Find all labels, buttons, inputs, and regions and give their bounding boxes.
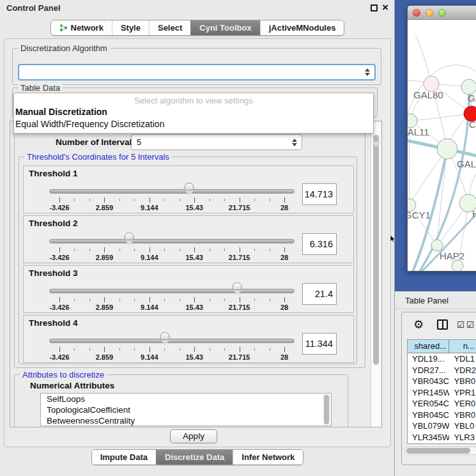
popup-item-manual-discretization[interactable]: Manual Discretization xyxy=(14,105,373,118)
table-cell[interactable]: YIL0 xyxy=(449,443,476,444)
threshold-value-field[interactable]: 6.316 xyxy=(302,233,337,255)
table-cell[interactable]: YDR2 xyxy=(449,365,476,376)
network-node-gal11[interactable] xyxy=(408,114,417,128)
vertical-scrollbar[interactable] xyxy=(371,122,381,427)
table-row[interactable]: YIL052CYIL0 xyxy=(408,443,476,444)
network-node-gal4[interactable] xyxy=(437,139,457,159)
popup-placeholder: Select algorithm to view settings xyxy=(14,93,373,105)
table-row[interactable]: YPR145WYPR1 xyxy=(408,387,476,399)
table-cell[interactable]: YDL1 xyxy=(449,353,476,365)
table-row[interactable]: YBR043CYBR0 xyxy=(408,376,476,387)
zoom-traffic-light[interactable] xyxy=(438,9,446,17)
tick-mark xyxy=(134,199,135,201)
checkbox-icon[interactable]: ☑ xyxy=(466,320,474,330)
table-cell[interactable]: YIL052C xyxy=(408,443,449,444)
table-row[interactable]: YER054CYER0 xyxy=(408,398,476,410)
control-panel-titlebar: Control Panel × xyxy=(0,0,394,17)
table-cell[interactable]: YLR345W xyxy=(408,432,449,443)
numerical-attributes-list[interactable]: SelfLoopsTopologicalCoefficientBetweenne… xyxy=(40,393,332,426)
table-cell[interactable]: YBR0 xyxy=(449,410,476,421)
tab-cyni-toolbox[interactable]: Cyni Toolbox xyxy=(190,20,259,35)
table-cell[interactable]: YLR3 xyxy=(449,432,476,443)
table-cell[interactable]: YBR0 xyxy=(449,376,476,387)
slider-thumb[interactable] xyxy=(233,282,242,290)
tab-select[interactable]: Select xyxy=(149,20,190,35)
attribute-item-topologicalcoefficient[interactable]: TopologicalCoefficient xyxy=(41,404,331,415)
table-cell[interactable]: YBL079W xyxy=(408,420,449,432)
popup-item-equal-width-frequency-discretization[interactable]: Equal Width/Frequency Discretization xyxy=(14,118,373,130)
tick-mark xyxy=(254,249,255,251)
tab-label: Cyni Toolbox xyxy=(199,23,251,33)
tick-mark xyxy=(224,298,225,301)
table-cell[interactable]: YER0 xyxy=(449,398,476,410)
tick-mark xyxy=(89,298,90,301)
close-icon[interactable]: × xyxy=(382,1,388,14)
minimize-traffic-light[interactable] xyxy=(426,9,433,17)
tick-mark xyxy=(194,247,195,252)
close-traffic-light[interactable] xyxy=(413,9,420,17)
tab-style[interactable]: Style xyxy=(112,20,149,35)
table-cell[interactable]: YBL0 xyxy=(449,420,476,432)
slider-thumb[interactable] xyxy=(185,183,194,190)
network-node-hap2[interactable] xyxy=(431,240,443,251)
attribute-item-betweennesscentrality[interactable]: BetweennessCentrality xyxy=(41,415,331,426)
threshold-value-field[interactable]: 11.344 xyxy=(302,333,337,355)
tick-mark xyxy=(150,247,150,252)
tab-impute-data[interactable]: Impute Data xyxy=(92,450,156,464)
table-cell[interactable]: YDR27... xyxy=(408,365,449,376)
checkbox-icon[interactable]: ☑ xyxy=(457,320,464,330)
table-row[interactable]: YBR045CYBR0 xyxy=(408,410,476,421)
slider-thumb[interactable] xyxy=(160,332,170,340)
table-row[interactable]: YDL19...YDL1 xyxy=(408,353,476,365)
tick-mark xyxy=(164,348,165,351)
tick-mark xyxy=(74,249,75,251)
network-graph: GAL80GACGAL11GAL4GCY1HHAP2 xyxy=(408,20,476,272)
tick-mark xyxy=(180,199,180,201)
network-canvas[interactable]: GAL80GACGAL11GAL4GCY1HHAP2 xyxy=(408,20,476,272)
table-cell[interactable]: YBR043C xyxy=(408,376,449,387)
table-cell[interactable]: YBR045C xyxy=(408,410,449,421)
algorithm-combo[interactable] xyxy=(18,64,376,81)
tick-mark xyxy=(119,249,120,251)
tick-mark xyxy=(270,249,270,251)
float-window-icon[interactable] xyxy=(371,4,378,12)
tick-mark xyxy=(150,197,150,203)
tab-discretize-data[interactable]: Discretize Data xyxy=(156,450,233,464)
table-cell[interactable]: YER054C xyxy=(408,398,449,410)
tick-label: 21.715 xyxy=(229,303,250,311)
apply-button[interactable]: Apply xyxy=(170,429,217,443)
scrollbar-thumb[interactable] xyxy=(324,395,329,424)
discretization-algorithm-label: Discretization Algorithm xyxy=(18,43,110,53)
horizontal-scrollbar[interactable] xyxy=(404,447,476,455)
tab-infer-network[interactable]: Infer Network xyxy=(233,450,303,464)
table-row[interactable]: YLR345WYLR3 xyxy=(408,432,476,443)
table-cell[interactable]: YDL19... xyxy=(408,353,449,365)
table-cell[interactable]: YPR145W xyxy=(408,387,449,399)
split-columns-icon[interactable] xyxy=(437,319,448,330)
tick-mark xyxy=(284,347,285,352)
gear-icon[interactable]: ⚙ xyxy=(413,318,424,332)
attribute-item-selfloops[interactable]: SelfLoops xyxy=(41,394,331,404)
slider-scale: -3.4262.8599.14415.4321.71528 xyxy=(59,266,284,314)
attributes-scrollbar[interactable] xyxy=(323,394,330,426)
tick-mark xyxy=(270,298,270,301)
tick-mark xyxy=(134,298,135,301)
slider-scale: -3.4262.8599.14415.4321.71528 xyxy=(59,216,284,264)
threshold-value-field[interactable]: 14.713 xyxy=(302,183,337,205)
threshold-value-field[interactable]: 21.4 xyxy=(302,283,337,305)
scrollbar-thumb[interactable] xyxy=(373,135,379,365)
slider-thumb[interactable] xyxy=(125,233,134,240)
table-row[interactable]: YDR27...YDR2 xyxy=(408,365,476,376)
tab-network[interactable]: Network xyxy=(51,20,112,35)
network-node[interactable] xyxy=(452,260,463,272)
number-of-intervals-combo[interactable]: 5 xyxy=(131,134,302,150)
table-row[interactable]: YBL079WYBL0 xyxy=(408,420,476,432)
tab-jactivemnodules[interactable]: jActiveMNodules xyxy=(260,20,344,35)
table-cell[interactable]: YPR1 xyxy=(449,387,476,399)
tick-label: -3.426 xyxy=(49,353,69,361)
node-attribute-table[interactable]: shared...n... YDL19...YDL1YDR27...YDR2YB… xyxy=(407,339,476,444)
column-header-n[interactable]: n... xyxy=(449,340,476,353)
column-header-shared[interactable]: shared... xyxy=(408,340,449,353)
scrollbar-thumb[interactable] xyxy=(406,448,470,454)
slider-scale: -3.4262.8599.14415.4321.71528 xyxy=(59,166,284,214)
